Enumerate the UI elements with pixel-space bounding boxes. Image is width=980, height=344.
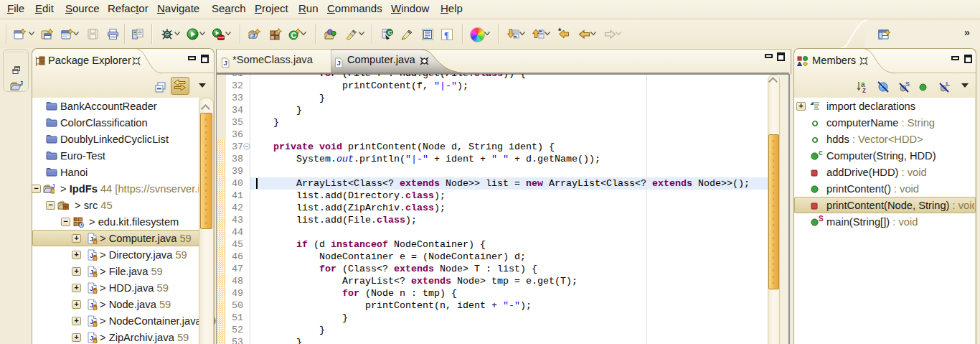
svg-text:J: J xyxy=(224,59,227,67)
svg-text:C: C xyxy=(388,29,392,36)
svg-text:¶: ¶ xyxy=(444,30,448,40)
svg-text:J: J xyxy=(252,32,255,39)
svg-text:L: L xyxy=(946,80,951,88)
svg-text:C: C xyxy=(291,31,297,39)
svg-text:S: S xyxy=(905,80,910,88)
svg-text:z: z xyxy=(862,86,866,93)
svg-text:J: J xyxy=(337,59,341,67)
svg-text:J: J xyxy=(19,80,23,87)
